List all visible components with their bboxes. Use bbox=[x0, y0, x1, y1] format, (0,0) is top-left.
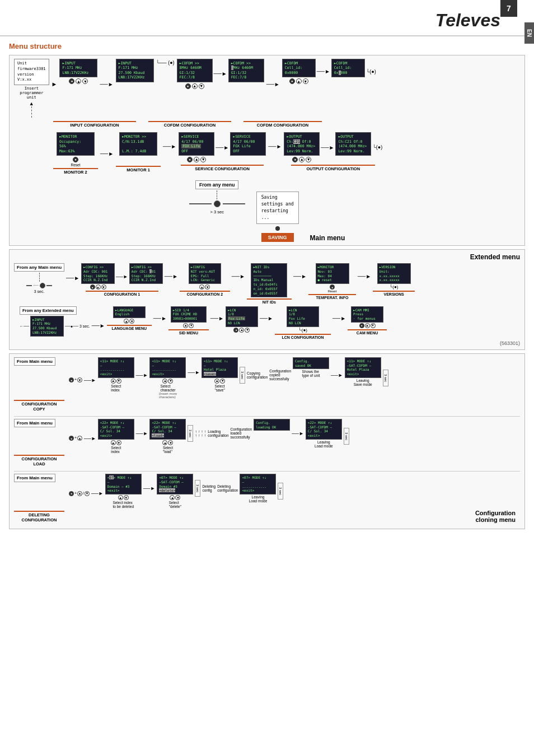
delete-screen-3: <07> MODE ↑↓–............<exit> bbox=[240, 474, 276, 494]
lcn1-screen: ►LCN1/8Fox LifeNO LCN ● ▲ ▼ bbox=[226, 306, 258, 333]
load-screen-2: <22> MODE ↑↓-SAT-COFDM –C/ Sol. 34<load> bbox=[149, 419, 186, 440]
extended-menu-title: Extended menu bbox=[470, 253, 520, 261]
section-title-menu: Menu structure bbox=[9, 42, 525, 50]
ext-input-screen: ►INPUTF:171 MHz27.500 KbaudLNB:17V22KHz bbox=[30, 316, 64, 337]
lcn2-screen: ►LCN1/8Fox LifeNO LCN bbox=[287, 306, 319, 327]
config-load-label: CONFIGURATIONLOAD bbox=[14, 455, 64, 466]
output-screen-1: ►OUTPUTCh:C21 Of:0(474.000 MHz>Lev:99 No… bbox=[284, 132, 320, 162]
page-number-badge: 7 bbox=[500, 0, 517, 17]
unit-box: Unitfirmware3301versionV:x.xx bbox=[14, 59, 49, 85]
nit-screen: ►NIT IDsAuto─────────IDs Manualts_id:0x0… bbox=[251, 263, 287, 297]
cofdm2-screen-1: ►COFDMCell_id:0x0000 ● ▲ ▼ bbox=[282, 59, 316, 84]
delete-screen-2: <07> MODE ↑↓–SAT-COFDM –Domain #3<delete… bbox=[157, 474, 193, 494]
config2-label: CONFIGURATION 2 bbox=[180, 291, 230, 296]
cloning-menu-label: Configurationcloning menu bbox=[475, 510, 520, 523]
main-menu-label: Main menu bbox=[310, 234, 345, 242]
saving-label: SAVING bbox=[261, 233, 294, 242]
load-screen-4: <22> MODE ↑↓-SAT-COFDM –C/ Sol. 34<exit> bbox=[306, 419, 342, 440]
from-main-menu-tag: From Main menu bbox=[14, 357, 55, 366]
page-header: Televes 7 EN bbox=[0, 0, 534, 36]
load-screen-1: <22> MODE ↑↓-SAT-COFDM –C/ Sol. 34<exit> bbox=[98, 419, 134, 440]
cofdm-screen-2: ►COFDM >>□MHz 6460MGI:1/32FEC:7/8 bbox=[228, 59, 264, 82]
cofdm-config-label: COFDM CONFIGURATION bbox=[148, 121, 231, 128]
config-copy-label: CONFIGURATIONCOPY bbox=[14, 400, 64, 412]
nit-label: NIT IDs bbox=[247, 298, 292, 304]
config-cloning-diagram: From Main menu ● + ▼ ──► <11> MODE ↑↓–..… bbox=[9, 353, 525, 530]
sec-label: > 3 sec bbox=[210, 209, 224, 214]
from-main-menu-tag2: From Main menu bbox=[14, 419, 55, 427]
monitor2-label: MONITOR 2 bbox=[53, 168, 98, 175]
monitor1-label: MONITOR 1 bbox=[116, 166, 161, 172]
input-screen-1: ►INPUTF:171 MHzLNB:17V22KHz ● ▲ ▼ bbox=[59, 59, 97, 84]
delete-section: From Main menu ● + ▲ / ▼ ──► <07> MODE ↑… bbox=[14, 474, 520, 523]
cofdm-screen-1: ►COFDM >>8MHz 6460MGI:1/32FEC:7/8 ● ▲ ▼ bbox=[177, 59, 213, 89]
output-config-label: OUTPUT CONFIGURATION bbox=[291, 165, 375, 171]
load-section: From Main menu ● + ▲ ──► <22> MODE ↑↓-SA… bbox=[14, 419, 520, 466]
temperat-screen: ►MONITORNov: 03Max: 04● reset ● Reset bbox=[316, 263, 349, 293]
output-screen-2: ►OUTPUTCh:C21 Of:0(474.000 MHz>Lev:99 No… bbox=[335, 132, 371, 162]
copy-section: From Main menu ● + ▼ ──► <11> MODE ↑↓–..… bbox=[14, 357, 520, 412]
menu-structure-section: Menu structure Unitfirmware3301versionV:… bbox=[0, 36, 534, 538]
ext-config1-screen2: ►CONFIG >>Adr CDC: □01Step: 166KHzCCIR N… bbox=[129, 263, 163, 290]
load-screen-3: Config.loading OK bbox=[254, 419, 290, 431]
cofdm2-screen-2: ►COFDMCell_id:0x□000 bbox=[331, 59, 365, 77]
monitor2-screen: ►MONITOROccupancy:56%Max:63% ● Reset MON… bbox=[53, 132, 98, 175]
delete-screen-1: <07> MODE ↑↓–Domain – #3<exit> bbox=[105, 474, 142, 494]
language-label: LANGUAGE MENU bbox=[107, 325, 152, 330]
model-code: (563301) bbox=[500, 340, 520, 346]
ext-config2-screen: ►CONFIGNIT vers:AUTEPG: FullLCN: Generic… bbox=[189, 263, 221, 290]
cofdm2-config-label: COFDM CONFIGURATION bbox=[243, 121, 322, 128]
extended-menu-diagram: Extended menu From any Main menu ····· 3… bbox=[9, 249, 525, 350]
input-screen-2: ►INPUTF:171 MHz27.500 KbaudLNB:17V22KHz bbox=[116, 59, 154, 82]
config1-label: CONFIGURATION 1 bbox=[86, 291, 158, 296]
config-delete-label: DELETINGCONFIGURATION bbox=[14, 511, 64, 522]
monitor1-screen: ►MONITOR >>C/N:13.1dB L.M.: 7.4dB MONITO… bbox=[116, 132, 161, 172]
cam-label: CAM MENU bbox=[348, 329, 387, 335]
versions-screen: ►VERSIONUnit:x.xx.xxxxxx.xx.xxxxx bbox=[377, 263, 411, 284]
from-main-menu-tag3: From Main menu bbox=[14, 474, 55, 482]
sid-label: SID MENU bbox=[168, 329, 209, 335]
cam-screen: ►CAM MMIPress· for menus ● ▲ ▼ bbox=[351, 306, 383, 328]
copy-screen-5: <11> MODE ↑↓–SAT-COFDM –Hotel Plaza<exit… bbox=[345, 357, 381, 378]
from-any-menu-tag: From any menu bbox=[195, 180, 238, 189]
lcn-label: LCN CONFIGURATION bbox=[275, 334, 331, 339]
temperat-label: TEMPERAT. INFO bbox=[308, 294, 356, 300]
copy-screen-1: <11> MODE ↑↓–............<exit> bbox=[98, 357, 134, 378]
input-config-label: INPUT CONFIGURATION bbox=[53, 121, 136, 128]
main-menu-diagram: Unitfirmware3301versionV:x.xx Insertprog… bbox=[9, 55, 525, 246]
ext-config1-screen1: ►CONFIG >>Adr CDC: 001Step: 166KHzCCIR N… bbox=[81, 263, 115, 290]
service-config-label: SERVICE CONFIGURATION bbox=[181, 165, 264, 171]
from-any-extended-tag: From any Extended menu bbox=[20, 306, 77, 315]
copy-screen-3: <11> MODE ↑↓–Hotel Plaza<save> bbox=[202, 357, 238, 378]
sid-screen: ►SID 1/4FOX CRIME HD30981>000001 ▲ ▼ bbox=[171, 306, 207, 328]
copy-screen-2: <11> MODE ↑↓–............<exit> bbox=[149, 357, 186, 378]
language-screen: ►LANGUAGEEnglish ▲ ▼ bbox=[113, 306, 146, 324]
service-screen-2: ►SERVICE4/17 06/00FOX LifeOFF bbox=[230, 132, 266, 162]
from-any-main-menu-tag: From any Main menu bbox=[14, 263, 64, 272]
versions-label: VERSIONS bbox=[373, 291, 415, 296]
service-screen-1: ►SERVICE4/17 06/00FOX LifeOFF ● ▲ ▼ bbox=[179, 132, 214, 162]
saving-text: Savingsettings andrestarting... bbox=[256, 192, 299, 224]
copy-screen-4: Config.saved OK bbox=[293, 357, 329, 370]
